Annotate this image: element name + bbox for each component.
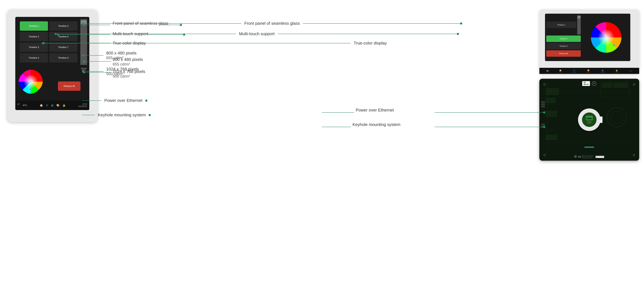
svg-rect-20 <box>602 83 612 88</box>
svg-rect-23 <box>546 98 556 103</box>
ann-dot-right-front-panel <box>460 22 462 24</box>
etc-logo: ETC <box>18 104 27 107</box>
left-touch-panel: Timeline 1 Timeline 5 Timeline 2 Timelin… <box>7 10 98 122</box>
nav-icons: 🏠 ⚙ ▦ 🎨 🔒 <box>40 104 66 107</box>
svg-rect-30 <box>574 157 575 157</box>
rt-timeline-2[interactable]: Timeline 2 <box>546 35 581 42</box>
scenes-icon[interactable]: ▦ <box>51 104 54 107</box>
screw-bottom-left <box>544 154 546 156</box>
timeline-1-btn[interactable]: Timeline 1 <box>20 21 48 31</box>
left-connectors-2 <box>541 124 545 128</box>
screw-top-left <box>544 83 546 85</box>
svg-rect-28 <box>574 155 575 156</box>
rt-timeline-3[interactable]: Timeline 3 <box>546 43 581 49</box>
rt-nav-scenes[interactable]: 🎨Scenes <box>587 69 590 73</box>
rt-camera-icon-area: 📷 <box>546 70 549 72</box>
rt-intensity-slider[interactable] <box>577 15 581 34</box>
color-wheel-left[interactable] <box>18 69 43 95</box>
bottom-cert-row: ETC Made in London, England.Trademark an… <box>574 155 604 159</box>
right-bottom-device: CEUK CA ® 10 <box>540 79 639 161</box>
svg-point-3 <box>30 88 32 90</box>
svg-rect-8 <box>19 104 20 104</box>
rt-nav-channels[interactable]: ⚙Channels <box>572 69 576 73</box>
svg-rect-7 <box>18 104 19 105</box>
right-top-left-panel: Timeline 1 Timeline 2 Timeline 3 Release… <box>545 14 582 61</box>
svg-rect-29 <box>576 155 576 156</box>
release-all-btn[interactable]: Release All <box>58 81 80 91</box>
svg-rect-5 <box>18 104 19 104</box>
lock-icon[interactable]: 🔒 <box>62 104 66 107</box>
svg-point-10 <box>606 37 607 38</box>
left-connectors <box>541 101 545 107</box>
rt-intensity-thumb <box>578 16 580 18</box>
ann-text-front-panel: Front panel of seamless glass <box>242 21 303 26</box>
svg-point-2 <box>30 81 32 82</box>
ul-listed: UL US LISTED <box>596 156 604 158</box>
rt-timeline-1[interactable]: Timeline 1 <box>546 22 576 28</box>
left-screen: Timeline 1 Timeline 5 Timeline 2 Timelin… <box>15 17 89 110</box>
ann-label-800x480: 800 x 480 pixels 655 cd/m² <box>113 57 143 66</box>
svg-rect-21 <box>614 83 628 88</box>
cert-area: CEUK CA ® <box>582 81 596 86</box>
ann-dot-left-front-panel <box>82 22 84 24</box>
nav-time: 10:20 8/16/2023 <box>78 103 87 108</box>
rt-nav-timelines[interactable]: ▦Timelines <box>600 69 604 73</box>
etc-bottom-brand: ETC Made in London, England.Trademark an… <box>574 155 593 159</box>
ethernet-text: 10/100TX PD ETHERNET 0 7W MAX <box>587 121 592 124</box>
right-top-screen: Timeline 1 Timeline 2 Timeline 3 Release… <box>545 14 630 61</box>
rt-etc-logo: ≡ETC <box>629 70 632 72</box>
svg-rect-31 <box>576 157 576 157</box>
channels-icon[interactable]: ⚙ <box>46 104 48 107</box>
rt-nav-lockout[interactable]: 🔒Lockout <box>615 69 618 73</box>
ann-label-true-color: True-color display <box>113 41 146 46</box>
annotation-poe: Power over Ethernet <box>82 98 147 103</box>
screw-top-right <box>633 83 635 85</box>
svg-rect-4 <box>18 104 18 104</box>
ann-label-1024x768: 1024 x 768 pixels 500 cd/m² <box>113 69 145 79</box>
port-tab <box>600 117 602 123</box>
timeline-2-btn[interactable]: Timeline 2 <box>20 32 48 41</box>
reg-symbol: ® <box>592 81 596 86</box>
ce-cert: CEUK CA <box>582 81 590 86</box>
right-top-device: Timeline 1 Timeline 2 Timeline 3 Release… <box>540 10 639 74</box>
ethernet-inner: 10/100TX PD ETHERNET 0 7W MAX <box>582 113 596 127</box>
svg-rect-25 <box>546 135 557 140</box>
ann-line-front-panel-right <box>303 23 460 24</box>
color-wheel-right[interactable] <box>590 21 622 53</box>
home-icon[interactable]: 🏠 <box>40 104 43 107</box>
rt-release-all[interactable]: Release All <box>546 50 581 57</box>
timeline-4-btn[interactable]: Timeline 4 <box>20 53 48 62</box>
etc-grid-logo: ETC <box>574 155 581 158</box>
palette-icon[interactable]: 🎨 <box>56 104 60 107</box>
ann-label-front-panel: Front panel of seamless glass <box>113 21 168 26</box>
timeline-8-btn[interactable]: Timeline 8 <box>49 53 78 62</box>
rj45-pins <box>586 116 592 120</box>
svg-rect-24 <box>546 111 557 117</box>
rt-camera-icon: 📷 <box>546 70 549 72</box>
svg-point-11 <box>613 44 615 46</box>
timeline-5-btn[interactable]: Timeline 5 <box>49 21 78 31</box>
annotation-keyhole: Keyhole mounting system <box>82 113 151 118</box>
ann-label-keyhole: Keyhole mounting system <box>352 122 400 127</box>
right-top-right-panel <box>582 14 630 61</box>
screw-bottom-right <box>633 154 635 156</box>
rj45-port <box>586 116 593 120</box>
green-mounting-tab <box>584 147 594 148</box>
annotation-true-color: True-color display <box>42 41 390 46</box>
rt-nav-home[interactable]: 🏠Home <box>559 69 562 73</box>
svg-rect-6 <box>18 104 18 105</box>
ann-label-multi-touch: Multi-touch support <box>113 31 148 36</box>
svg-rect-22 <box>546 88 559 95</box>
ann-label-poe: Power over Ethernet <box>356 108 394 113</box>
bottom-nav: ETC 🏠 ⚙ ▦ 🎨 🔒 10:20 8/16/2023 <box>15 100 89 110</box>
ethernet-port-circle: 10/100TX PD ETHERNET 0 7W MAX <box>578 109 600 131</box>
right-bottom-nav: 📷 🏠Home ⚙Channels 🎨Scenes ▦Timelines 🔒Lo… <box>540 68 639 74</box>
